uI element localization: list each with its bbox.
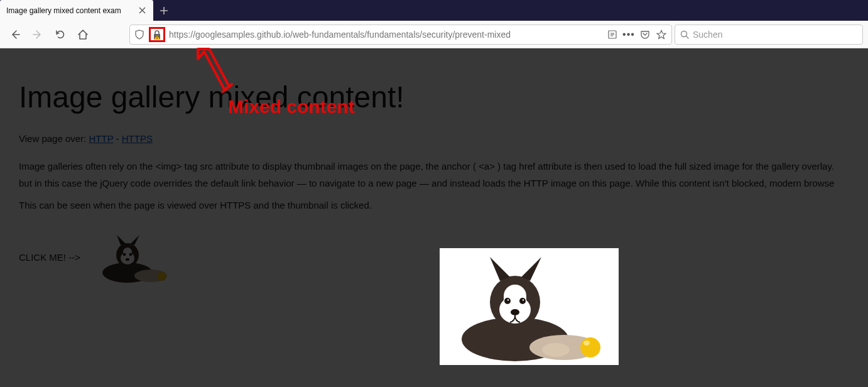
svg-point-21 — [519, 298, 526, 304]
click-row: CLICK ME! --> — [19, 229, 849, 285]
http-link[interactable]: HTTP — [89, 133, 113, 144]
plus-icon — [160, 6, 168, 15]
url-protocol: https:// — [169, 30, 195, 40]
permissions-icon[interactable] — [134, 29, 145, 40]
home-button[interactable] — [73, 25, 93, 45]
view-sep: - — [113, 133, 121, 144]
svg-point-19 — [504, 298, 511, 304]
close-icon — [139, 7, 146, 14]
body-paragraph-1: Image galleries often rely on the <img> … — [19, 158, 849, 192]
navigation-toolbar: https://googlesamples.github.io/web-fund… — [0, 21, 868, 48]
reader-mode-button[interactable] — [606, 28, 619, 41]
reload-icon — [55, 29, 66, 40]
star-icon — [656, 30, 666, 40]
svg-point-22 — [523, 299, 524, 300]
svg-point-13 — [158, 272, 166, 281]
tab-title: Image gallery mixed content exam — [6, 6, 133, 15]
svg-point-10 — [123, 253, 126, 256]
url-text: https://googlesamples.github.io/web-fund… — [169, 30, 602, 40]
page-actions-button[interactable]: ••• — [622, 28, 635, 41]
new-tab-button[interactable] — [153, 0, 174, 21]
browser-tab[interactable]: Image gallery mixed content exam — [0, 0, 153, 21]
https-link[interactable]: HTTPS — [122, 133, 153, 144]
pocket-button[interactable] — [639, 28, 651, 41]
tab-bar: Image gallery mixed content exam — [0, 0, 868, 21]
puppy-large-image — [440, 248, 619, 365]
thumbnail-link[interactable] — [93, 229, 175, 285]
svg-point-23 — [511, 309, 519, 315]
body-paragraph-2: This can be seen when the page is viewed… — [19, 197, 849, 214]
puppy-thumbnail-image — [93, 229, 175, 285]
svg-point-11 — [129, 253, 133, 256]
lock-warning-icon — [152, 30, 162, 40]
svg-rect-1 — [156, 36, 157, 38]
svg-rect-2 — [156, 38, 157, 39]
page-content: Image gallery mixed content! View page o… — [0, 48, 868, 304]
back-button[interactable] — [5, 25, 25, 45]
svg-point-24 — [542, 343, 570, 357]
svg-point-26 — [583, 341, 590, 346]
bookmark-button[interactable] — [655, 28, 668, 41]
url-domain: googlesamples.github.io — [195, 30, 290, 40]
click-me-label: CLICK ME! --> — [19, 252, 80, 263]
shield-icon — [134, 30, 144, 40]
page-title: Image gallery mixed content! — [19, 80, 849, 114]
svg-point-12 — [126, 258, 129, 261]
reload-button[interactable] — [50, 25, 70, 45]
search-bar[interactable] — [675, 25, 863, 45]
svg-point-20 — [507, 299, 509, 300]
pocket-icon — [640, 30, 650, 40]
arrow-left-icon — [9, 29, 21, 40]
close-tab-button[interactable] — [137, 6, 147, 16]
view-prefix: View page over: — [19, 133, 89, 144]
security-indicator-mixed[interactable] — [149, 27, 165, 42]
url-bar[interactable]: https://googlesamples.github.io/web-fund… — [129, 25, 672, 45]
svg-point-25 — [580, 337, 600, 357]
url-path: /web-fundamentals/fundamentals/security/… — [290, 30, 511, 40]
arrow-right-icon — [32, 29, 43, 40]
view-over-line: View page over: HTTP - HTTPS — [19, 133, 849, 144]
search-input[interactable] — [693, 30, 857, 40]
home-icon — [77, 29, 89, 40]
search-icon — [680, 30, 689, 39]
gallery-large-image — [440, 248, 619, 365]
forward-button[interactable] — [28, 25, 48, 45]
reader-icon — [607, 30, 617, 40]
